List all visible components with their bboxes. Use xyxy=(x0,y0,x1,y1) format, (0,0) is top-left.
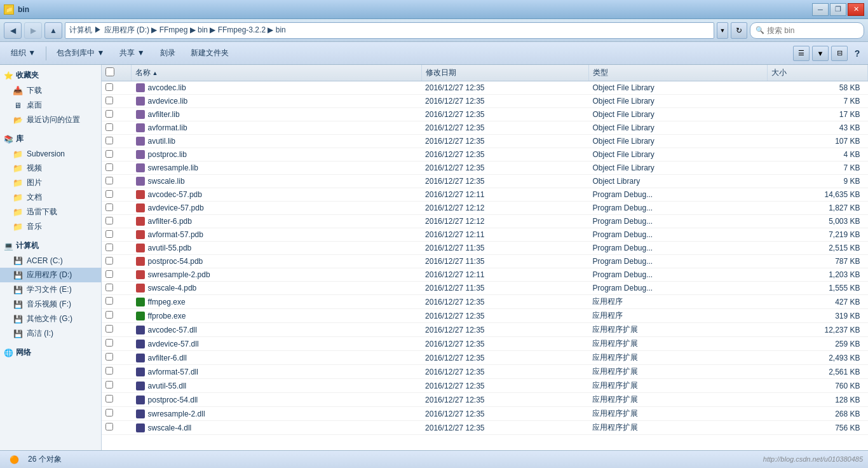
network-header[interactable]: 🌐 网络 xyxy=(0,345,101,361)
sidebar-item-drive-i[interactable]: 💾 高洁 (I:) xyxy=(0,326,101,341)
table-row[interactable]: ffmpeg.exe 2016/12/27 12:35 应用程序 427 KB xyxy=(102,295,868,309)
row-check[interactable] xyxy=(102,323,132,337)
new-folder-button[interactable]: 新建文件夹 xyxy=(184,45,236,62)
row-check[interactable] xyxy=(102,135,132,148)
table-row[interactable]: avdevice.lib 2016/12/27 12:35 Object Fil… xyxy=(102,95,868,108)
row-checkbox[interactable] xyxy=(105,177,113,184)
share-button[interactable]: 共享 ▼ xyxy=(112,45,151,62)
row-check[interactable] xyxy=(102,351,132,365)
sidebar-item-download[interactable]: 📥 下载 xyxy=(0,83,101,98)
help-button[interactable]: ? xyxy=(850,46,864,60)
select-all-checkbox[interactable] xyxy=(105,67,114,76)
row-check[interactable] xyxy=(102,365,132,379)
row-check[interactable] xyxy=(102,379,132,393)
row-checkbox[interactable] xyxy=(105,150,113,158)
search-input[interactable] xyxy=(767,26,862,35)
restore-button[interactable]: ❐ xyxy=(830,3,846,16)
search-bar[interactable]: 🔍 xyxy=(750,22,864,39)
row-checkbox[interactable] xyxy=(105,270,113,278)
table-row[interactable]: swresample.lib 2016/12/27 12:35 Object F… xyxy=(102,162,868,175)
row-check[interactable] xyxy=(102,108,132,121)
table-row[interactable]: avformat.lib 2016/12/27 12:35 Object Fil… xyxy=(102,121,868,135)
table-row[interactable]: avutil-55.dll 2016/12/27 12:35 应用程序扩展 76… xyxy=(102,379,868,393)
row-check[interactable] xyxy=(102,95,132,108)
row-checkbox[interactable] xyxy=(105,163,113,171)
column-type[interactable]: 类型 xyxy=(588,65,767,81)
row-checkbox[interactable] xyxy=(105,123,113,131)
row-checkbox[interactable] xyxy=(105,97,113,104)
row-checkbox[interactable] xyxy=(105,203,113,211)
burn-button[interactable]: 刻录 xyxy=(153,45,182,62)
row-checkbox[interactable] xyxy=(105,230,113,238)
sidebar-item-drive-g[interactable]: 💾 其他文件 (G:) xyxy=(0,312,101,326)
row-check[interactable] xyxy=(102,309,132,323)
row-check[interactable] xyxy=(102,282,132,295)
row-check[interactable] xyxy=(102,268,132,282)
sidebar-item-thunder[interactable]: 📁 迅雷下载 xyxy=(0,205,101,219)
table-row[interactable]: avcodec.lib 2016/12/27 12:35 Object File… xyxy=(102,81,868,95)
row-check[interactable] xyxy=(102,295,132,309)
row-checkbox[interactable] xyxy=(105,395,113,403)
table-row[interactable]: swresample-2.pdb 2016/12/27 12:11 Progra… xyxy=(102,268,868,282)
sidebar-item-drive-c[interactable]: 💾 ACER (C:) xyxy=(0,254,101,268)
column-name[interactable]: 名称 xyxy=(132,65,422,81)
column-check[interactable] xyxy=(102,65,132,81)
row-checkbox[interactable] xyxy=(105,367,113,375)
table-row[interactable]: avdevice-57.pdb 2016/12/27 12:12 Program… xyxy=(102,202,868,215)
table-row[interactable]: avdevice-57.dll 2016/12/27 12:35 应用程序扩展 … xyxy=(102,337,868,351)
row-check[interactable] xyxy=(102,407,132,421)
row-checkbox[interactable] xyxy=(105,83,113,91)
sidebar-item-drive-f[interactable]: 💾 音乐视频 (F:) xyxy=(0,297,101,312)
row-checkbox[interactable] xyxy=(105,137,113,144)
row-check[interactable] xyxy=(102,175,132,188)
row-check[interactable] xyxy=(102,255,132,268)
sidebar-item-music[interactable]: 📁 音乐 xyxy=(0,219,101,234)
refresh-button[interactable]: ↻ xyxy=(731,22,747,39)
sidebar-item-video[interactable]: 📁 视频 xyxy=(0,161,101,176)
close-button[interactable]: ✕ xyxy=(848,3,864,16)
row-checkbox[interactable] xyxy=(105,409,113,416)
row-checkbox[interactable] xyxy=(105,190,113,198)
row-checkbox[interactable] xyxy=(105,325,113,333)
sidebar-item-drive-d[interactable]: 💾 应用程序 (D:) xyxy=(0,268,101,282)
table-row[interactable]: postproc.lib 2016/12/27 12:35 Object Fil… xyxy=(102,148,868,162)
row-check[interactable] xyxy=(102,188,132,202)
sidebar-item-pictures[interactable]: 📁 图片 xyxy=(0,176,101,190)
sidebar-item-docs[interactable]: 📁 文档 xyxy=(0,190,101,205)
table-row[interactable]: avfilter-6.dll 2016/12/27 12:35 应用程序扩展 2… xyxy=(102,351,868,365)
row-checkbox[interactable] xyxy=(105,311,113,319)
table-row[interactable]: avfilter.lib 2016/12/27 12:35 Object Fil… xyxy=(102,108,868,121)
row-checkbox[interactable] xyxy=(105,284,113,291)
row-check[interactable] xyxy=(102,215,132,228)
organize-button[interactable]: 组织 ▼ xyxy=(4,45,43,62)
row-check[interactable] xyxy=(102,393,132,407)
forward-button[interactable]: ▶ xyxy=(24,22,42,39)
table-row[interactable]: postproc-54.dll 2016/12/27 12:35 应用程序扩展 … xyxy=(102,393,868,407)
table-row[interactable]: avformat-57.pdb 2016/12/27 12:11 Program… xyxy=(102,228,868,242)
row-checkbox[interactable] xyxy=(105,217,113,224)
sidebar-item-drive-e[interactable]: 💾 学习文件 (E:) xyxy=(0,282,101,297)
row-check[interactable] xyxy=(102,242,132,255)
view-button[interactable]: ☰ xyxy=(793,46,810,61)
view-pane-button[interactable]: ⊟ xyxy=(831,46,848,61)
breadcrumb[interactable]: 计算机 ▶ 应用程序 (D:) ▶ FFmpeg ▶ bin ▶ FFmpeg-… xyxy=(65,22,714,39)
minimize-button[interactable]: ─ xyxy=(812,3,829,16)
row-check[interactable] xyxy=(102,162,132,175)
sidebar-item-recent[interactable]: 📂 最近访问的位置 xyxy=(0,113,101,127)
row-checkbox[interactable] xyxy=(105,244,113,251)
row-check[interactable] xyxy=(102,81,132,95)
row-check[interactable] xyxy=(102,202,132,215)
table-row[interactable]: postproc-54.pdb 2016/12/27 11:35 Program… xyxy=(102,255,868,268)
favorites-header[interactable]: ⭐ 收藏夹 xyxy=(0,67,101,83)
table-row[interactable]: avutil.lib 2016/12/27 12:35 Object File … xyxy=(102,135,868,148)
table-row[interactable]: avutil-55.pdb 2016/12/27 11:35 Program D… xyxy=(102,242,868,255)
row-check[interactable] xyxy=(102,228,132,242)
sidebar-item-desktop[interactable]: 🖥 桌面 xyxy=(0,98,101,113)
table-row[interactable]: ffprobe.exe 2016/12/27 12:35 应用程序 319 KB xyxy=(102,309,868,323)
row-checkbox[interactable] xyxy=(105,381,113,389)
row-checkbox[interactable] xyxy=(105,339,113,347)
row-check[interactable] xyxy=(102,337,132,351)
row-checkbox[interactable] xyxy=(105,353,113,361)
table-row[interactable]: swresample-2.dll 2016/12/27 12:35 应用程序扩展… xyxy=(102,407,868,421)
table-row[interactable]: swscale.lib 2016/12/27 12:35 Object Libr… xyxy=(102,175,868,188)
